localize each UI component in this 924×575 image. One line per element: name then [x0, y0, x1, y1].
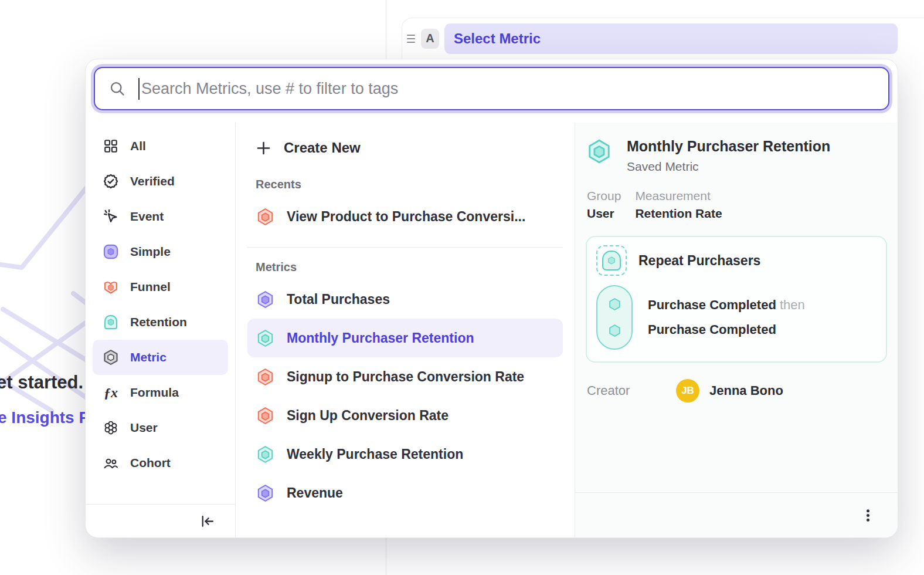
teal-hexagon-icon — [256, 329, 275, 348]
sidebar-item-user[interactable]: User — [93, 410, 228, 445]
select-metric-label: Select Metric — [454, 31, 541, 47]
metric-item-selected[interactable]: Monthly Purchaser Retention — [247, 319, 563, 357]
coral-hexagon-icon — [256, 207, 275, 226]
coral-hexagon-icon — [256, 406, 275, 425]
sidebar-item-funnel[interactable]: Funnel — [93, 269, 228, 305]
metric-item-label: Weekly Purchase Retention — [287, 447, 463, 462]
page: et started. e Insights Re A Select Metri… — [0, 0, 924, 575]
drag-handle-icon[interactable] — [407, 35, 417, 43]
definition-name: Repeat Purchasers — [638, 253, 760, 269]
kebab-menu-icon[interactable] — [861, 508, 875, 523]
recent-item-label: View Product to Purchase Conversi... — [287, 209, 525, 225]
verified-badge-icon — [102, 172, 120, 190]
metric-item[interactable]: Total Purchases — [247, 280, 563, 319]
teal-hexagon-icon — [256, 445, 275, 464]
funnel-icon — [102, 278, 120, 296]
metric-item-label: Monthly Purchaser Retention — [287, 330, 474, 346]
metric-item[interactable]: Sign Up Conversion Rate — [247, 396, 563, 435]
category-sidebar: All Verified — [86, 123, 236, 537]
formula-icon: ƒx — [102, 384, 120, 401]
metric-picker-modal: All Verified — [85, 59, 898, 538]
metric-list-column: Create New Recents View Product to Purch… — [236, 123, 575, 537]
create-new-button[interactable]: Create New — [247, 130, 563, 166]
search-input[interactable] — [141, 80, 874, 98]
details-subtitle: Saved Metric — [627, 160, 830, 174]
simple-metric-icon — [102, 243, 120, 261]
retention-icon — [102, 313, 120, 331]
sidebar-item-formula[interactable]: ƒx Formula — [93, 375, 228, 410]
metric-item[interactable]: Revenue — [247, 473, 563, 512]
sidebar-item-event[interactable]: Event — [93, 199, 228, 234]
sidebar-item-label: Cohort — [130, 456, 171, 470]
search-bar — [94, 67, 889, 110]
sidebar-item-all[interactable]: All — [93, 128, 228, 164]
sidebar-item-label: Retention — [130, 315, 187, 329]
text-cursor — [138, 78, 140, 100]
definition-card: Repeat Purchasers — [586, 236, 887, 363]
metric-row-card: A Select Metric — [402, 18, 924, 59]
metric-item[interactable]: Signup to Purchase Conversion Rate — [247, 357, 563, 396]
sidebar-item-label: Simple — [130, 245, 171, 259]
select-metric-button[interactable]: Select Metric — [444, 23, 898, 54]
category-list: All Verified — [86, 123, 235, 504]
hexagon-glyph — [607, 296, 623, 312]
measurement-meta: Measurement Retention Rate — [635, 189, 722, 221]
hexagon-glyph — [606, 255, 617, 266]
sidebar-item-label: Event — [130, 209, 164, 224]
details-header: Monthly Purchaser Retention Saved Metric — [586, 138, 887, 174]
collapse-left-icon[interactable] — [199, 513, 215, 529]
details-title: Monthly Purchaser Retention — [627, 138, 830, 155]
measurement-value: Retention Rate — [635, 207, 722, 221]
sidebar-item-simple[interactable]: Simple — [93, 234, 228, 269]
metric-item-label: Signup to Purchase Conversion Rate — [287, 369, 524, 385]
creator-row: Creator JB Jenna Bono — [586, 379, 887, 402]
metrics-heading: Metrics — [256, 261, 563, 274]
step-1: Purchase Completed then — [648, 297, 805, 313]
group-meta: Group User — [587, 189, 621, 221]
metric-letter-badge[interactable]: A — [421, 29, 439, 49]
event-cursor-icon — [102, 208, 120, 225]
sidebar-item-retention[interactable]: Retention — [93, 305, 228, 340]
sidebar-item-label: Funnel — [130, 280, 171, 294]
recents-heading: Recents — [256, 178, 563, 191]
metric-details-panel: Monthly Purchaser Retention Saved Metric… — [575, 123, 898, 537]
cohort-people-icon — [102, 454, 120, 472]
sidebar-item-cohort[interactable]: Cohort — [93, 445, 228, 481]
create-new-label: Create New — [284, 140, 361, 156]
creator-avatar: JB — [676, 379, 699, 402]
user-flower-icon — [102, 419, 120, 437]
step-list: Purchase Completed then Purchase Complet… — [648, 297, 805, 337]
list-divider — [247, 247, 563, 248]
grid-icon — [102, 137, 120, 155]
metric-hexagon-icon — [102, 349, 120, 366]
steps-capsule-icon — [596, 285, 633, 350]
definition-steps: Purchase Completed then Purchase Complet… — [596, 285, 877, 350]
group-value: User — [587, 207, 621, 221]
retention-definition-icon — [596, 245, 627, 276]
step-connector: then — [780, 297, 805, 312]
metric-item-label: Sign Up Conversion Rate — [287, 408, 449, 424]
sidebar-item-label: Verified — [130, 174, 175, 188]
purple-hexagon-icon — [256, 483, 275, 503]
group-label: Group — [587, 189, 621, 203]
purple-hexagon-icon — [256, 290, 275, 309]
search-icon — [109, 80, 125, 97]
measurement-label: Measurement — [635, 189, 722, 203]
step-2: Purchase Completed — [648, 322, 805, 337]
modal-content: All Verified — [86, 123, 898, 537]
metric-item[interactable]: Weekly Purchase Retention — [247, 435, 563, 473]
sidebar-item-label: Metric — [130, 350, 167, 364]
sidebar-footer — [86, 504, 235, 537]
sidebar-item-metric[interactable]: Metric — [93, 340, 228, 375]
metric-item-label: Total Purchases — [287, 292, 390, 307]
recent-item[interactable]: View Product to Purchase Conversi... — [247, 197, 563, 236]
saved-metric-hexagon-icon — [586, 138, 613, 165]
plus-icon — [256, 140, 271, 156]
sidebar-item-label: Formula — [130, 385, 179, 400]
metric-item-label: Revenue — [287, 485, 343, 501]
arch-icon — [602, 251, 621, 270]
details-footer — [575, 492, 898, 537]
sidebar-item-verified[interactable]: Verified — [93, 164, 228, 199]
coral-hexagon-icon — [256, 367, 275, 387]
creator-name: Jenna Bono — [709, 383, 783, 398]
